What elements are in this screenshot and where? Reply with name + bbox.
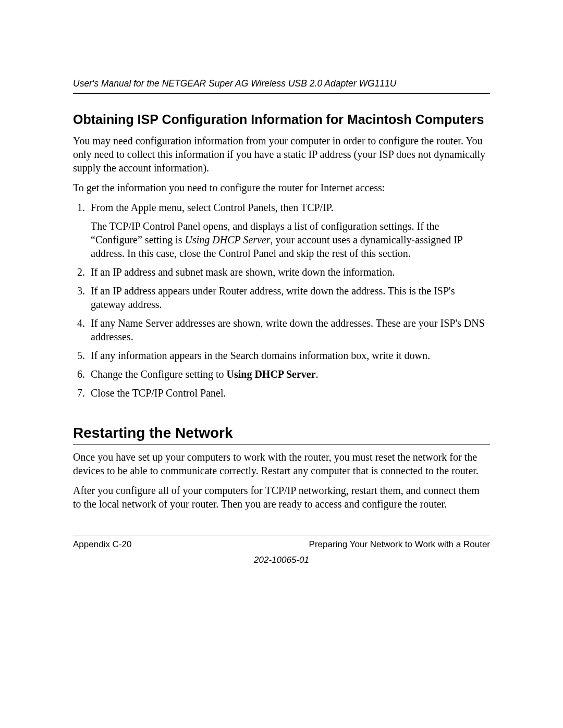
running-header: User's Manual for the NETGEAR Super AG W… [73,78,490,94]
step-1: From the Apple menu, select Control Pane… [88,201,490,260]
step-1-sub: The TCP/IP Control Panel opens, and disp… [91,219,490,260]
footer-docnum: 202-10065-01 [73,555,490,565]
step-4: If any Name Server addresses are shown, … [88,316,490,343]
intro-paragraph: You may need configuration information f… [73,134,490,175]
section-heading-restarting: Restarting the Network [73,425,490,445]
restarting-p1: Once you have set up your computers to w… [73,450,490,477]
step-6-bold: Using DHCP Server [227,368,316,380]
step-6-b: . [316,368,319,380]
step-7: Close the TCP/IP Control Panel. [88,386,490,400]
step-3: If an IP address appears under Router ad… [88,284,490,311]
steps-list: From the Apple menu, select Control Pane… [73,201,490,400]
footer-line: Appendix C-20 Preparing Your Network to … [73,539,490,550]
restarting-p2: After you configure all of your computer… [73,484,490,511]
footer-rule [73,536,490,536]
step-1-text: From the Apple menu, select Control Pane… [91,202,334,213]
step-6-a: Change the Configure setting to [91,368,227,380]
step-5: If any information appears in the Search… [88,349,490,362]
page-footer: Appendix C-20 Preparing Your Network to … [73,536,490,565]
footer-right: Preparing Your Network to Work with a Ro… [309,539,490,550]
section-heading-isp-mac: Obtaining ISP Configuration Information … [73,112,490,128]
step-1-sub-em: Using DHCP Server [185,234,271,245]
step-2: If an IP address and subnet mask are sho… [88,265,490,279]
footer-left: Appendix C-20 [73,539,131,550]
page: User's Manual for the NETGEAR Super AG W… [0,0,563,728]
lead-paragraph: To get the information you need to confi… [73,181,490,194]
step-6: Change the Configure setting to Using DH… [88,367,490,381]
